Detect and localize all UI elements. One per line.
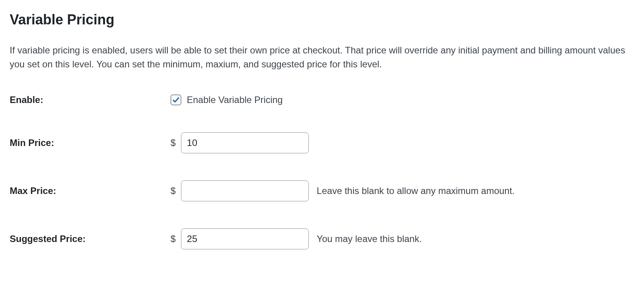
enable-label: Enable: — [10, 94, 170, 105]
min-price-label: Min Price: — [10, 137, 170, 148]
min-price-input[interactable] — [181, 132, 309, 153]
min-price-field: $ — [170, 132, 309, 153]
suggested-price-currency: $ — [170, 233, 176, 244]
max-price-help: Leave this blank to allow any maximum am… — [317, 185, 515, 196]
section-heading: Variable Pricing — [10, 12, 634, 28]
max-price-label: Max Price: — [10, 185, 170, 196]
suggested-price-input[interactable] — [181, 228, 309, 249]
min-price-currency: $ — [170, 137, 176, 148]
enable-checkbox-wrapper: Enable Variable Pricing — [170, 94, 283, 105]
checkmark-icon — [172, 96, 180, 104]
enable-row: Enable: Enable Variable Pricing — [10, 94, 634, 105]
suggested-price-help: You may leave this blank. — [317, 233, 422, 244]
enable-field: Enable Variable Pricing — [170, 94, 283, 105]
min-price-row: Min Price: $ — [10, 132, 634, 153]
suggested-price-field: $ You may leave this blank. — [170, 228, 422, 249]
max-price-row: Max Price: $ Leave this blank to allow a… — [10, 180, 634, 201]
enable-checkbox[interactable] — [170, 94, 181, 105]
suggested-price-label: Suggested Price: — [10, 233, 170, 244]
max-price-currency: $ — [170, 185, 176, 196]
enable-checkbox-label[interactable]: Enable Variable Pricing — [187, 94, 283, 105]
suggested-price-row: Suggested Price: $ You may leave this bl… — [10, 228, 634, 249]
max-price-input[interactable] — [181, 180, 309, 201]
section-description: If variable pricing is enabled, users wi… — [10, 43, 630, 71]
max-price-field: $ Leave this blank to allow any maximum … — [170, 180, 515, 201]
